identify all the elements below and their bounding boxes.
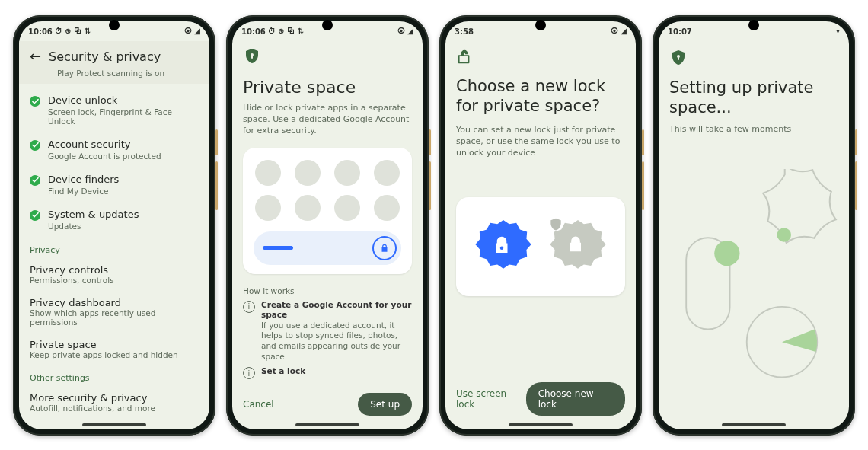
app-placeholder-icon — [374, 160, 400, 186]
item-title: Privacy dashboard — [30, 297, 199, 308]
how-item-account: i Create a Google Account for your space… — [243, 300, 412, 362]
page-description: This will take a few moments — [669, 124, 838, 134]
how-title: Set a lock — [261, 366, 305, 375]
shield-mini-icon — [548, 217, 563, 232]
check-icon — [30, 140, 40, 151]
check-icon — [30, 175, 40, 186]
item-sub: Show which apps recently used permission… — [30, 308, 199, 327]
status-left-icons: ⏱ ⊕ ⧉ ⇅ — [55, 27, 91, 35]
item-title: Account security — [48, 139, 199, 151]
phone-choose-lock: 3:58 ⦿ ◢ Choose a new lock for private s… — [439, 15, 642, 436]
app-placeholder-icon — [255, 160, 281, 186]
volume-button — [429, 161, 431, 210]
svg-rect-4 — [678, 57, 679, 60]
item-sub: Permissions, controls — [30, 276, 199, 285]
loading-illustration — [669, 169, 838, 420]
phone-setting-up: 10:07 ▾ Setting up private space... This… — [653, 15, 855, 436]
app-placeholder-icon — [374, 195, 400, 221]
page-title: Security & privacy — [49, 49, 161, 64]
app-placeholder-icon — [255, 195, 281, 221]
status-time: 10:06 — [28, 27, 53, 36]
page-heading: Private space — [243, 78, 412, 97]
play-protect-status: Play Protect scanning is on — [57, 69, 164, 78]
svg-point-6 — [714, 240, 739, 265]
use-screen-lock-button[interactable]: Use screen lock — [456, 388, 526, 410]
page-heading: Setting up private space... — [669, 78, 838, 118]
status-right-icons: ⦿ ◢ — [611, 27, 627, 35]
item-sub: Google Account is protected — [48, 152, 199, 161]
app-placeholder-icon — [295, 160, 321, 186]
section-other: Other settings — [30, 373, 199, 383]
svg-rect-1 — [251, 56, 253, 59]
gesture-bar[interactable] — [82, 423, 146, 426]
item-account-security[interactable]: Account securityGoogle Account is protec… — [30, 132, 199, 168]
phone-settings: 10:06 ⏱ ⊕ ⧉ ⇅ ⦿ ◢ ← Security & privacy P… — [13, 15, 215, 436]
app-placeholder-icon — [295, 195, 321, 221]
front-camera — [535, 20, 546, 30]
front-camera — [748, 20, 759, 30]
screen-choose-lock: 3:58 ⦿ ◢ Choose a new lock for private s… — [445, 21, 636, 429]
slider-track-icon — [263, 246, 293, 250]
status-right-icons: ⦿ ◢ — [397, 27, 413, 35]
item-title: More security & privacy — [30, 392, 199, 404]
how-it-works-label: How it works — [243, 286, 412, 295]
app-grid-illustration — [254, 160, 401, 221]
lock-circle-icon — [372, 236, 397, 260]
front-camera — [109, 20, 120, 30]
item-privacy-dashboard[interactable]: Privacy dashboardShow which apps recentl… — [30, 291, 199, 333]
app-placeholder-icon — [334, 160, 360, 186]
item-more-security[interactable]: More security & privacyAutofill, notific… — [30, 386, 199, 419]
privacy-shield-icon — [243, 47, 261, 65]
unlock-slider-illustration — [254, 231, 401, 265]
item-title: System & updates — [48, 209, 199, 221]
item-title: Device unlock — [48, 95, 199, 107]
item-system-updates[interactable]: System & updatesUpdates — [30, 203, 199, 238]
how-item-lock: i Set a lock — [243, 366, 412, 379]
item-title: Privacy controls — [30, 264, 199, 276]
page-description: You can set a new lock just for private … — [456, 124, 625, 159]
item-device-finders[interactable]: Device findersFind My Device — [30, 168, 199, 203]
back-icon[interactable]: ← — [30, 49, 41, 63]
setup-button[interactable]: Set up — [358, 393, 412, 416]
gesture-bar[interactable] — [722, 423, 786, 426]
volume-button — [642, 161, 644, 210]
svg-point-2 — [500, 246, 504, 250]
item-private-space[interactable]: Private spaceKeep private apps locked an… — [30, 333, 199, 365]
privacy-shield-icon — [669, 49, 688, 67]
item-sub: Keep private apps locked and hidden — [30, 350, 199, 359]
section-privacy: Privacy — [30, 245, 199, 255]
check-icon — [30, 210, 40, 221]
item-device-unlock[interactable]: Device unlockScreen lock, Fingerprint & … — [30, 88, 199, 132]
power-button — [642, 129, 644, 155]
power-button — [215, 129, 218, 155]
status-time: 10:06 — [241, 27, 266, 36]
info-icon: i — [243, 301, 255, 313]
new-lock-badge-icon — [474, 217, 533, 276]
status-time: 10:07 — [668, 27, 692, 36]
page-description: Hide or lock private apps in a separate … — [243, 103, 412, 137]
screen-private-space: 10:06 ⏱ ⊕ ⧉ ⇅ ⦿ ◢ Private space Hide or … — [232, 21, 423, 429]
item-sub: Find My Device — [48, 187, 199, 196]
lock-open-icon — [456, 49, 473, 65]
gesture-bar[interactable] — [509, 423, 573, 426]
item-sub: Screen lock, Fingerprint & Face Unlock — [48, 107, 199, 126]
screen-security-privacy: 10:06 ⏱ ⊕ ⧉ ⇅ ⦿ ◢ ← Security & privacy P… — [19, 21, 209, 429]
screen-setting-up: 10:07 ▾ Setting up private space... This… — [659, 21, 849, 429]
phone-private-space-intro: 10:06 ⏱ ⊕ ⧉ ⇅ ⦿ ◢ Private space Hide or … — [226, 15, 429, 436]
choose-new-lock-button[interactable]: Choose new lock — [526, 382, 625, 416]
status-left-icons: ⏱ ⊕ ⧉ ⇅ — [268, 27, 304, 35]
gesture-bar[interactable] — [295, 423, 359, 426]
status-right-icons: ⦿ ◢ — [184, 27, 200, 35]
check-icon — [30, 96, 40, 107]
same-lock-badge-icon — [548, 217, 608, 276]
status-right-icons: ▾ — [836, 27, 840, 35]
volume-button — [215, 161, 218, 210]
item-privacy-controls[interactable]: Privacy controlsPermissions, controls — [30, 258, 199, 291]
front-camera — [322, 20, 333, 30]
page-heading: Choose a new lock for private space? — [456, 76, 625, 116]
how-body: If you use a dedicated account, it helps… — [261, 321, 400, 361]
item-title: Device finders — [48, 174, 199, 186]
cancel-button[interactable]: Cancel — [243, 399, 274, 410]
svg-point-7 — [777, 228, 792, 242]
power-button — [429, 129, 431, 155]
